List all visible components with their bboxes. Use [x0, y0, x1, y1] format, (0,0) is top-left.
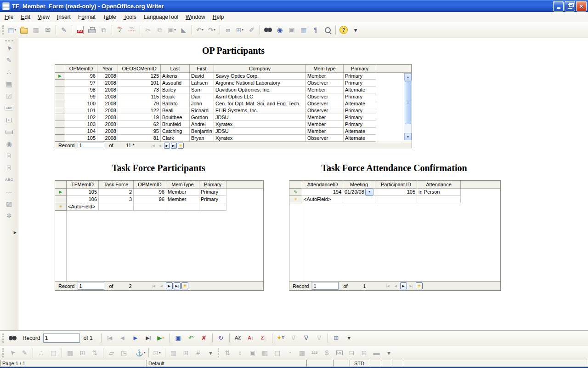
hyperlink-button[interactable]: ∞	[222, 24, 234, 35]
cell[interactable]: 100	[65, 100, 97, 107]
data-source-as-table-button[interactable]: ⊞	[330, 332, 343, 344]
auto-filter-button[interactable]: ✦∇	[274, 332, 287, 344]
cell[interactable]: 96	[134, 196, 166, 203]
last-record-button[interactable]: ▶|	[408, 282, 415, 289]
row-selector[interactable]: ✎	[289, 189, 302, 196]
apply-filter-button[interactable]: ∇	[287, 332, 300, 344]
edit-file-button[interactable]: ✎	[58, 24, 70, 35]
dropdown-arrow-icon[interactable]: ▾	[202, 28, 204, 32]
combo-box-button[interactable]: ▾	[2, 162, 17, 173]
row-selector[interactable]	[55, 128, 65, 135]
menu-edit[interactable]: Edit	[17, 13, 34, 21]
cell[interactable]: 2008	[97, 135, 118, 142]
cell[interactable]: 102	[65, 114, 97, 121]
toolbar-grip[interactable]	[5, 40, 13, 41]
dropdown-arrow-icon[interactable]: ▾	[159, 351, 161, 355]
cell[interactable]: 73	[118, 86, 161, 93]
column-header-task-force[interactable]: Task Force	[99, 181, 134, 189]
cell[interactable]: 2008	[97, 121, 118, 128]
cell[interactable]: 125	[118, 73, 161, 80]
column-header-primary[interactable]: Primary	[199, 181, 226, 189]
cell[interactable]: Observer	[306, 80, 344, 86]
cell[interactable]: Bryan	[190, 135, 214, 142]
minimize-button[interactable]	[553, 1, 564, 12]
last-record-button[interactable]: ▶|	[142, 332, 155, 344]
cell[interactable]: Member	[306, 121, 344, 128]
redo-button[interactable]: ↷▾	[206, 24, 218, 35]
row-selector[interactable]	[55, 100, 65, 107]
cell[interactable]: <AutoField>	[67, 203, 99, 211]
cell[interactable]: Primary	[344, 80, 376, 86]
row-selector[interactable]	[55, 107, 65, 114]
currency-field-button[interactable]: $	[321, 347, 333, 358]
cell[interactable]: 99	[65, 93, 97, 100]
row-selector[interactable]	[55, 196, 67, 203]
cell[interactable]: Observer	[306, 135, 344, 142]
first-record-button[interactable]: |◀	[150, 143, 156, 149]
cell[interactable]: Davidson Optronics, Inc.	[214, 86, 306, 93]
row-selector[interactable]: ✳	[289, 196, 302, 203]
undo-data-entry-button[interactable]: ↶	[185, 332, 198, 344]
cell[interactable]: 103	[65, 121, 97, 128]
image-control-button[interactable]: ▦	[259, 347, 271, 358]
cell[interactable]: 105	[65, 135, 97, 142]
previous-record-button[interactable]: ◀	[157, 143, 163, 149]
spellcheck-button[interactable]: ABC✓	[114, 24, 126, 35]
column-header-attendanceid[interactable]: AttendanceID	[302, 181, 343, 189]
cell[interactable]	[343, 196, 375, 203]
title-bar[interactable]: TF_Member_Form (read-only) - OpenOffice.…	[0, 0, 588, 12]
close-button[interactable]: ×	[576, 1, 587, 12]
menu-file[interactable]: File	[1, 13, 17, 21]
menu-table[interactable]: Table	[99, 13, 120, 21]
change-anchor-button[interactable]: ⚓▾	[134, 347, 147, 358]
cell[interactable]: Sam	[190, 86, 214, 93]
export-pdf-button[interactable]: PDF	[74, 24, 86, 35]
row-selector[interactable]: ▶	[55, 189, 67, 196]
cell[interactable]	[199, 203, 226, 211]
cell[interactable]: 19	[118, 114, 161, 121]
column-header-last[interactable]: Last	[161, 65, 190, 73]
row-selector[interactable]	[55, 86, 65, 93]
cell[interactable]: Xyratex	[214, 121, 306, 128]
cell[interactable]: Argonne National Laboratory	[214, 80, 306, 86]
cell[interactable]: 115	[118, 93, 161, 100]
column-header-oeoscmemid[interactable]: OEOSCMemID	[118, 65, 161, 73]
cell[interactable]: Primary	[344, 93, 376, 100]
activation-order-button[interactable]: ⇅	[89, 347, 101, 358]
cell[interactable]: 105	[67, 189, 99, 196]
design-mode-button[interactable]: ✎	[18, 347, 31, 358]
print-button[interactable]	[86, 24, 98, 35]
cell[interactable]: 2008	[97, 80, 118, 86]
cell[interactable]: Bailey	[161, 86, 190, 93]
scroll-up-button[interactable]: ▲	[404, 73, 412, 80]
status-page[interactable]: Page 1 / 1	[0, 360, 146, 367]
cell[interactable]: Benjamin	[190, 128, 214, 135]
record-number-input[interactable]	[78, 282, 104, 290]
column-header-meeting[interactable]: Meeting	[343, 181, 375, 189]
cell[interactable]: Clark	[161, 135, 190, 142]
menu-format[interactable]: Format	[74, 13, 99, 21]
cell[interactable]: 2008	[97, 86, 118, 93]
new-record-button[interactable]: ▶✳	[155, 332, 168, 344]
position-and-size-button[interactable]: ◳	[118, 347, 130, 358]
cell[interactable]: 95	[118, 128, 161, 135]
restore-button[interactable]	[565, 1, 575, 12]
date-field-button[interactable]: ▤	[271, 347, 283, 358]
more-controls-button[interactable]: ⋯	[2, 186, 17, 197]
toolbar-overflow-button[interactable]: ▾	[343, 332, 356, 344]
formatting-marks-button[interactable]: ¶	[310, 24, 322, 35]
select-button[interactable]: ➤	[2, 42, 17, 54]
email-document-button[interactable]: ✉	[42, 24, 54, 35]
column-header-opmemid[interactable]: OPMemID	[65, 65, 97, 73]
cell[interactable]: Dan	[190, 93, 214, 100]
menu-tools[interactable]: Tools	[120, 13, 140, 21]
dropdown-arrow-icon[interactable]: ▾	[14, 28, 16, 32]
new-record-button[interactable]: ✳	[178, 143, 184, 149]
first-record-button[interactable]: |◀	[103, 332, 116, 344]
form-based-filters-button[interactable]: ∇	[300, 332, 313, 344]
menu-insert[interactable]: Insert	[53, 13, 74, 21]
status-page-style[interactable]: Default	[147, 360, 305, 367]
save-button[interactable]: ▥	[30, 24, 42, 35]
cell[interactable]: Beall	[161, 107, 190, 114]
paste-button[interactable]: ▣▾	[166, 24, 178, 35]
